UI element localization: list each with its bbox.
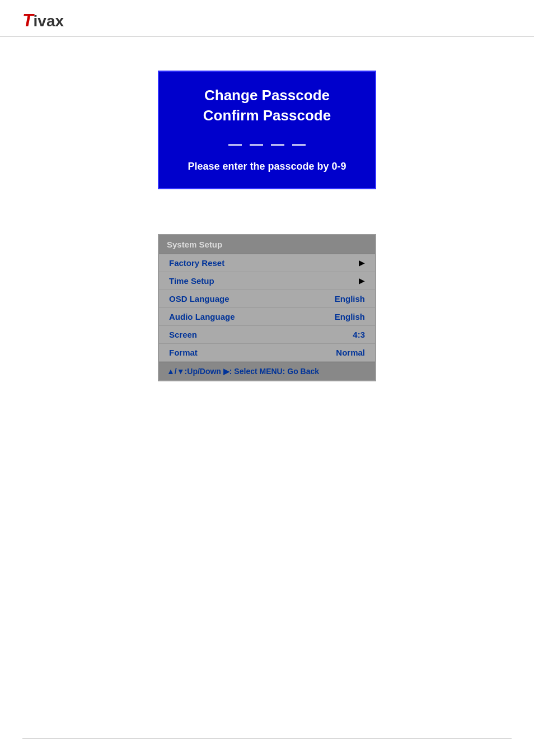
menu-item-value-osd-language: English [335,294,365,304]
menu-footer: ▲/▼:Up/Down ▶: Select MENU: Go Back [159,362,375,380]
menu-item-arrow-factory-reset: ▶ [359,258,365,267]
menu-item-screen[interactable]: Screen 4:3 [159,326,375,344]
menu-item-audio-language[interactable]: Audio Language English [159,308,375,326]
passcode-dash-2: — [250,137,263,151]
footer-divider [22,738,512,739]
passcode-dash-3: — [271,137,284,151]
passcode-dash-1: — [228,137,242,151]
menu-item-label-screen: Screen [169,330,197,339]
passcode-hint-text: Please enter the passcode by [188,161,329,172]
logo: Tivax [22,10,64,31]
passcode-hint: Please enter the passcode by 0-9 [176,161,358,172]
menu-item-label-osd-language: OSD Language [169,294,229,304]
menu-item-label-format: Format [169,348,198,357]
passcode-dashes: — — — — [176,137,358,151]
menu-item-osd-language[interactable]: OSD Language English [159,290,375,308]
logo-suffix: ivax [34,12,64,30]
passcode-range: 0-9 [332,161,346,172]
logo-t: T [22,10,34,30]
menu-header: System Setup [159,235,375,254]
menu-item-arrow-time-setup: ▶ [359,276,365,285]
main-content: Change Passcode Confirm Passcode — — — —… [0,37,534,415]
menu-item-factory-reset[interactable]: Factory Reset ▶ [159,254,375,272]
passcode-line1: Change Passcode [176,85,358,105]
passcode-title: Change Passcode Confirm Passcode [176,85,358,126]
system-setup-menu: System Setup Factory Reset ▶ Time Setup … [158,234,376,381]
menu-item-label-time-setup: Time Setup [169,276,214,286]
passcode-dash-4: — [292,137,306,151]
menu-item-value-screen: 4:3 [353,330,365,339]
menu-item-label-audio-language: Audio Language [169,312,235,321]
menu-item-label-factory-reset: Factory Reset [169,258,224,268]
menu-item-time-setup[interactable]: Time Setup ▶ [159,272,375,290]
passcode-line2: Confirm Passcode [176,105,358,125]
passcode-dialog: Change Passcode Confirm Passcode — — — —… [158,71,376,189]
header: Tivax [0,0,534,37]
menu-item-value-format: Normal [336,348,365,357]
menu-item-format[interactable]: Format Normal [159,344,375,362]
menu-item-value-audio-language: English [335,312,365,321]
